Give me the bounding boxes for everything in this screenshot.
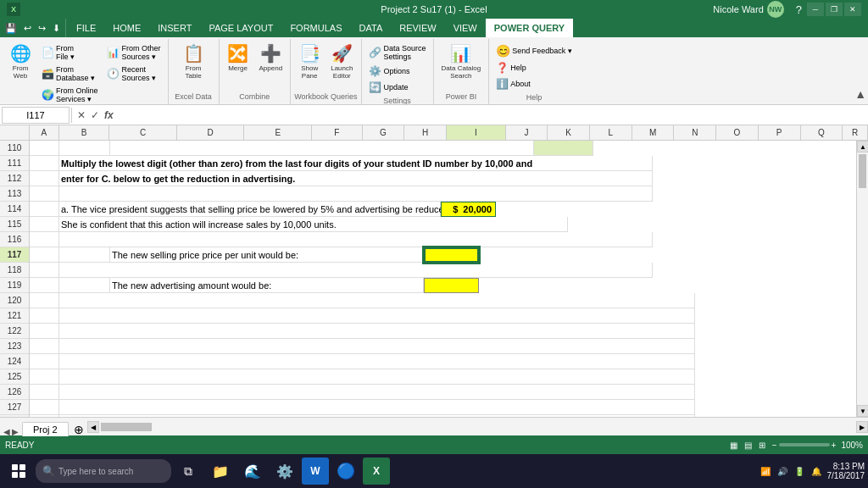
cell-a110[interactable] xyxy=(30,141,59,156)
tab-home[interactable]: HOME xyxy=(104,19,149,37)
cell-i114[interactable]: $ 20,000 xyxy=(441,202,496,217)
cell-c119[interactable]: The new advertising amount would be: xyxy=(110,278,424,293)
row-127[interactable]: 127 xyxy=(0,400,29,415)
h-scroll-thumb[interactable] xyxy=(101,423,152,431)
cell-a111[interactable] xyxy=(30,156,59,171)
zoom-in-btn[interactable]: + xyxy=(832,441,837,450)
undo-quick-btn[interactable]: ↩ xyxy=(22,23,33,34)
tab-formulas[interactable]: FORMULAS xyxy=(281,19,350,37)
cell-a114[interactable] xyxy=(30,202,59,217)
options-btn[interactable]: ⚙️Options xyxy=(365,64,430,79)
row-115[interactable]: 115 xyxy=(0,217,29,232)
name-box[interactable]: I117 xyxy=(2,107,70,124)
row-110[interactable]: 110 xyxy=(0,141,29,156)
feedback-btn[interactable]: 😊 Send Feedback ▾ xyxy=(492,42,576,59)
col-header-m[interactable]: M xyxy=(632,125,675,140)
col-header-i[interactable]: I xyxy=(447,125,506,140)
help-btn[interactable]: ❓ Help xyxy=(492,60,576,75)
col-header-r[interactable]: R xyxy=(843,125,868,140)
col-header-a[interactable]: A xyxy=(30,125,59,140)
launch-editor-btn[interactable]: 🚀 LaunchEditor xyxy=(326,41,357,82)
col-header-c[interactable]: C xyxy=(109,125,177,140)
scroll-right-btn[interactable]: ▶ xyxy=(856,421,868,433)
search-box[interactable]: 🔍 Type here to search xyxy=(36,459,171,483)
volume-icon[interactable]: 🔊 xyxy=(775,463,790,479)
from-table-btn[interactable]: 📋 FromTable xyxy=(178,41,209,82)
file-explorer-btn[interactable]: 📁 xyxy=(205,456,236,486)
time-display[interactable]: 8:13 PM 7/18/2017 xyxy=(827,462,865,480)
cell-a117[interactable] xyxy=(30,247,59,263)
col-header-o[interactable]: O xyxy=(716,125,759,140)
help-icon[interactable]: ? xyxy=(796,3,802,16)
zoom-out-btn[interactable]: − xyxy=(772,441,777,450)
insert-function-btn[interactable]: fx xyxy=(103,109,115,121)
tab-power-query[interactable]: POWER QUERY xyxy=(486,19,573,37)
from-database-btn[interactable]: 🗃️FromDatabase ▾ xyxy=(37,64,102,84)
formula-input[interactable] xyxy=(117,110,866,120)
network-icon[interactable]: 📶 xyxy=(758,463,773,479)
row-119[interactable]: 119 xyxy=(0,278,29,293)
tab-insert[interactable]: INSERT xyxy=(149,19,200,37)
col-header-k[interactable]: K xyxy=(548,125,590,140)
col-header-b[interactable]: B xyxy=(59,125,110,140)
start-button[interactable] xyxy=(3,456,34,486)
horizontal-scrollbar[interactable]: ◀ ▶ xyxy=(87,421,868,433)
row-125[interactable]: 125 xyxy=(0,369,29,385)
row-123[interactable]: 123 xyxy=(0,339,29,354)
scroll-thumb[interactable] xyxy=(859,154,866,188)
cell-c110[interactable] xyxy=(110,141,534,156)
tab-view[interactable]: VIEW xyxy=(445,19,486,37)
merge-btn[interactable]: 🔀 Merge xyxy=(223,41,253,75)
task-view-btn[interactable]: ⧉ xyxy=(173,456,203,486)
from-online-btn[interactable]: 🌍From OnlineServices ▾ xyxy=(37,85,102,105)
cell-a113[interactable] xyxy=(30,186,59,202)
notification-icon[interactable]: 🔔 xyxy=(809,463,824,479)
redo-quick-btn[interactable]: ↪ xyxy=(36,23,47,34)
col-header-g[interactable]: G xyxy=(363,125,405,140)
chrome-btn[interactable]: 🔵 xyxy=(331,456,361,486)
row-113[interactable]: 113 xyxy=(0,186,29,202)
word-btn[interactable]: W xyxy=(302,458,329,485)
update-btn[interactable]: 🔄Update xyxy=(365,80,430,95)
row-124[interactable]: 124 xyxy=(0,354,29,369)
cell-b115[interactable]: She is confident that this action will i… xyxy=(59,217,568,232)
add-sheet-btn[interactable]: ⊕ xyxy=(70,423,87,436)
cancel-formula-btn[interactable]: ✕ xyxy=(75,109,87,121)
cell-a112[interactable] xyxy=(30,171,59,186)
col-header-l[interactable]: L xyxy=(590,125,632,140)
cell-b111[interactable]: Multiply the lowest digit (other than ze… xyxy=(59,156,653,171)
row-111[interactable]: 111 xyxy=(0,156,29,171)
close-button[interactable]: ✕ xyxy=(844,3,861,16)
col-header-j[interactable]: J xyxy=(506,125,548,140)
cell-a118[interactable] xyxy=(30,263,59,278)
row-121[interactable]: 121 xyxy=(0,308,29,324)
data-catalog-btn[interactable]: 📊 Data CatalogSearch xyxy=(437,41,486,82)
battery-icon[interactable]: 🔋 xyxy=(792,463,807,479)
col-header-h[interactable]: H xyxy=(404,125,447,140)
h-scroll-track[interactable] xyxy=(99,421,856,433)
sheet-tab-proj2[interactable]: Proj 2 xyxy=(22,422,69,436)
cell-b118[interactable] xyxy=(59,263,653,278)
recent-sources-btn[interactable]: 🕐RecentSources ▾ xyxy=(103,64,164,84)
scroll-track[interactable] xyxy=(857,152,868,405)
col-header-e[interactable]: E xyxy=(244,125,312,140)
settings-taskbar-btn[interactable]: ⚙️ xyxy=(270,456,300,486)
edge-btn[interactable]: 🌊 xyxy=(237,456,268,486)
cell-b117[interactable] xyxy=(59,247,110,263)
minimize-button[interactable]: ─ xyxy=(807,3,824,16)
row-112[interactable]: 112 xyxy=(0,171,29,186)
row-120[interactable]: 120 xyxy=(0,293,29,308)
tab-file[interactable]: FILE xyxy=(68,19,104,37)
scroll-down-btn[interactable]: ▼ xyxy=(857,405,868,417)
cell-b112[interactable]: enter for C. below to get the reduction … xyxy=(59,171,653,186)
row-122[interactable]: 122 xyxy=(0,324,29,339)
col-header-q[interactable]: Q xyxy=(801,125,843,140)
from-other-btn[interactable]: 📊From OtherSources ▾ xyxy=(103,42,164,63)
qa-dropdown-btn[interactable]: ⬇ xyxy=(51,23,62,34)
confirm-formula-btn[interactable]: ✓ xyxy=(89,109,101,121)
cell-i119[interactable] xyxy=(424,278,479,293)
cell-i117-active[interactable] xyxy=(424,247,479,263)
from-web-btn[interactable]: 🌐 FromWeb xyxy=(5,41,36,82)
cell-a119[interactable] xyxy=(30,278,59,293)
scroll-tab-right-btn[interactable]: ▶ xyxy=(12,427,19,436)
